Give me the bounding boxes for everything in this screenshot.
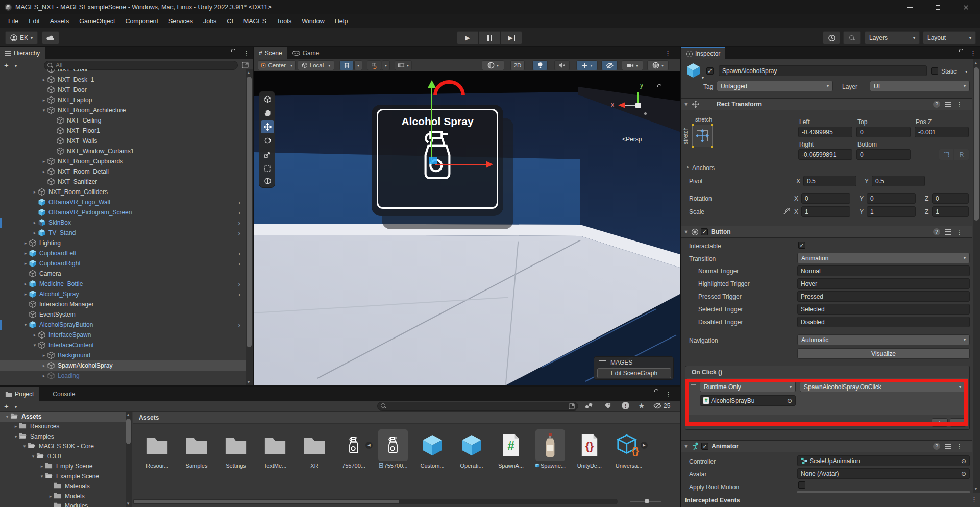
hand-tool-button[interactable] — [261, 107, 274, 119]
asset-item-2[interactable]: Settings — [217, 429, 254, 469]
foldout-arrow[interactable]: ▸ — [22, 240, 29, 246]
transform-tool-button[interactable] — [261, 175, 274, 187]
move-tool-button[interactable] — [261, 120, 274, 133]
scene-visibility-toggle[interactable] — [601, 60, 618, 70]
hierarchy-row-nxt-floor1[interactable]: NXT_Floor1 — [0, 126, 246, 136]
hierarchy-row-nxt-desk-1[interactable]: ▸NXT_Desk_1 — [0, 75, 246, 85]
camera-overlay-dropdown[interactable]: ▾ — [622, 60, 643, 70]
static-dropdown-arrow[interactable]: ▾ — [965, 69, 967, 74]
rect-tool-button[interactable] — [261, 162, 274, 175]
foldout-arrow[interactable]: ▾ — [32, 343, 38, 348]
pivot-x-field[interactable]: 0.5 — [803, 176, 856, 186]
hierarchy-row-interfacespawn[interactable]: ▸InterfaceSpawn — [0, 330, 246, 340]
asset-item-12[interactable]: {}▶Universa... — [610, 429, 647, 469]
pause-button[interactable] — [479, 31, 500, 44]
create-object-dropdown-arrow[interactable]: ▾ — [15, 64, 17, 68]
foldout-arrow[interactable]: ▸ — [32, 332, 38, 337]
search-in-window-icon[interactable] — [569, 403, 575, 409]
account-button[interactable]: EK ▾ — [5, 31, 38, 44]
assets-horizontal-scrollbar[interactable] — [133, 499, 618, 504]
rotation-z-field[interactable]: 0 — [932, 193, 969, 204]
presets-icon[interactable] — [945, 229, 951, 235]
static-checkbox[interactable] — [931, 67, 938, 75]
foldout-arrow[interactable]: ▸ — [39, 464, 45, 469]
scene-viewport[interactable]: Alcohol Spray y — [254, 71, 680, 385]
hierarchy-row-nxt-door[interactable]: NXT_Door — [0, 85, 246, 95]
project-tree-row-modules[interactable]: Modules — [0, 501, 126, 507]
animator-enabled-checkbox[interactable]: ✓ — [701, 443, 708, 450]
foldout-arrow[interactable]: ▾ — [22, 322, 29, 327]
tree-scroll-down-icon[interactable]: ▼ — [126, 501, 130, 506]
tab-inspector[interactable]: i Inspector — [681, 47, 725, 59]
layers-dropdown[interactable]: Layers▾ — [865, 31, 920, 44]
layer-dropdown[interactable]: UI▾ — [870, 81, 970, 91]
lighting-toggle[interactable] — [532, 60, 548, 70]
foldout-arrow[interactable]: ▾ — [41, 108, 47, 113]
presets-icon[interactable] — [945, 444, 951, 449]
tree-scrollbar-thumb[interactable] — [126, 419, 131, 444]
layout-dropdown[interactable]: Layout▾ — [923, 31, 976, 44]
foldout-arrow[interactable]: ▸ — [22, 261, 29, 266]
foldout-arrow[interactable]: ▸ — [41, 159, 47, 164]
foldout-arrow[interactable]: ▸ — [32, 220, 38, 225]
project-tree-row-samples[interactable]: ▾Samples — [0, 431, 126, 442]
prefab-chevron-icon[interactable]: › — [238, 199, 240, 206]
button-kebab[interactable]: ⋮ — [956, 228, 963, 236]
inspector-scroll-up-icon[interactable]: ▲ — [974, 61, 978, 65]
scale-x-field[interactable]: 1 — [801, 206, 850, 217]
view-tool-button[interactable] — [261, 93, 274, 106]
slider-knob[interactable] — [645, 499, 649, 503]
foldout-arrow[interactable]: ▾ — [4, 414, 10, 419]
asset-item-0[interactable]: Resour... — [139, 429, 176, 469]
hierarchy-scrollbar[interactable]: ▲ ▼ — [246, 69, 253, 385]
project-tree-row-resources[interactable]: ▸Resources — [0, 422, 126, 432]
gizmo-plane-handle[interactable] — [429, 157, 437, 164]
hierarchy-scroll-up-icon[interactable]: ▲ — [247, 70, 251, 75]
foldout-arrow[interactable]: ▸ — [41, 373, 47, 378]
asset-item-3[interactable]: TextMe... — [257, 429, 293, 469]
step-button[interactable]: ▶ — [501, 31, 522, 44]
2d-toggle[interactable]: 2D — [510, 60, 525, 70]
sprite-expand-collapse-icon[interactable]: ◀ — [365, 442, 373, 449]
navigation-dropdown[interactable]: Automatic▾ — [797, 334, 970, 345]
prefab-chevron-icon[interactable]: › — [238, 321, 240, 329]
hierarchy-row-nxt-laptop[interactable]: ▸NXT_Laptop — [0, 95, 246, 105]
hierarchy-scrollbar-thumb[interactable] — [247, 77, 252, 347]
filter-important-icon[interactable]: ! — [622, 402, 629, 409]
project-tree-row-example-scene[interactable]: ▾Example Scene — [0, 471, 126, 481]
foldout-arrow[interactable]: ▸ — [41, 98, 47, 103]
favorites-star-icon[interactable]: ★ — [638, 401, 645, 411]
thumbnail-size-slider[interactable] — [630, 501, 661, 502]
hierarchy-row-eventsystem[interactable]: EventSystem — [0, 309, 246, 320]
tab-console[interactable]: Console — [39, 387, 80, 401]
gameobject-cube-icon[interactable] — [685, 62, 701, 79]
persp-gizmo-center-cube[interactable] — [635, 103, 641, 108]
foldout-arrow[interactable]: ▸ — [22, 292, 29, 297]
hierarchy-row-nxt-sanitizer[interactable]: NXT_Sanitizer — [0, 177, 246, 187]
foldout-arrow[interactable]: ▸ — [41, 353, 47, 358]
create-asset-button[interactable]: + — [4, 402, 9, 411]
asset-item-9[interactable]: #SpawnA... — [493, 429, 529, 469]
hierarchy-row-nxt-room-detail[interactable]: ▸NXT_Room_Detail — [0, 166, 246, 177]
minimize-button[interactable] — [896, 0, 924, 14]
hierarchy-scroll-down-icon[interactable]: ▼ — [247, 380, 251, 384]
cloud-button[interactable] — [42, 31, 59, 44]
foldout-arrow[interactable]: ▸ — [41, 169, 47, 174]
hierarchy-row-nxt-window-curtains1[interactable]: NXT_Window_Curtains1 — [0, 146, 246, 156]
avatar-field[interactable]: None (Avatar) ⊙ — [797, 468, 970, 479]
hierarchy-row-nxt-walls[interactable]: NXT_Walls — [0, 136, 246, 146]
menu-item-help[interactable]: Help — [330, 15, 353, 28]
hierarchy-row-oramavr-pictogram-screen[interactable]: ORamaVR_Pictogram_Screen› — [0, 207, 246, 218]
hierarchy-row-oramavr-logo-wall[interactable]: ORamaVR_Logo_Wall› — [0, 197, 246, 207]
inspector-scrollbar-thumb[interactable] — [974, 67, 979, 221]
hierarchy-row-nxt-chair[interactable]: NXT_Chair — [0, 69, 246, 75]
audio-toggle[interactable] — [554, 60, 570, 70]
animator-header[interactable]: ▼ ✓ Animator ?⋮ — [681, 440, 972, 452]
prefab-chevron-icon[interactable]: › — [238, 219, 240, 227]
project-tree-row-empty-scene[interactable]: ▸Empty Scene — [0, 462, 126, 472]
rect-transform-foldout-arrow[interactable]: ▼ — [683, 102, 689, 107]
asset-item-1[interactable]: Samples — [178, 429, 215, 469]
foldout-arrow[interactable]: ▸ — [22, 251, 29, 256]
avatar-picker-icon[interactable]: ⊙ — [961, 470, 966, 477]
help-icon[interactable]: ? — [933, 228, 940, 235]
